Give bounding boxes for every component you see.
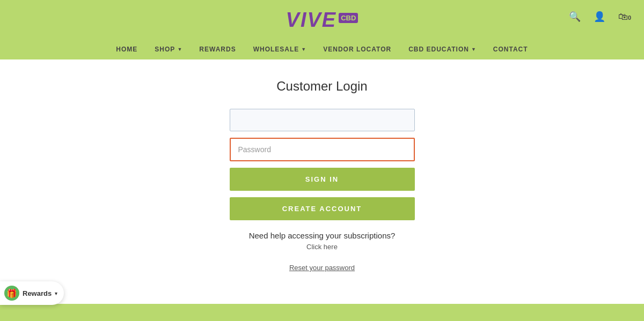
nav-vendor-locator[interactable]: VENDOR LOCATOR (323, 46, 391, 53)
site-header: 🔍 👤 🛍0 VIVE CBD HOME SHOP ▼ REWARDS WHOL… (0, 0, 644, 59)
logo-cbd: CBD (339, 13, 358, 23)
cart-count: 0 (628, 14, 631, 21)
subscription-help-text: Need help accessing your subscriptions? (249, 231, 396, 240)
cart-icon: 🛍 (618, 11, 628, 22)
nav-contact[interactable]: CONTACT (493, 46, 528, 53)
reset-password-link[interactable]: Reset your password (289, 264, 355, 272)
rewards-badge[interactable]: 🎁 Rewards ▾ (0, 281, 64, 305)
chevron-down-icon: ▼ (177, 47, 182, 52)
page-title: Customer Login (276, 79, 367, 94)
site-footer: ABOUT VIVE About Us Careers CBD Facts Bl… (0, 304, 644, 321)
header-icons: 🔍 👤 🛍0 (567, 10, 633, 24)
chevron-down-icon: ▼ (471, 47, 476, 52)
logo[interactable]: VIVE CBD (286, 9, 358, 32)
chevron-down-icon: ▼ (301, 47, 306, 52)
account-icon: 👤 (594, 11, 605, 22)
create-account-button[interactable]: CREATE ACCOUNT (230, 197, 415, 220)
rewards-label: Rewards (23, 289, 52, 297)
main-nav: HOME SHOP ▼ REWARDS WHOLESALE ▼ VENDOR L… (116, 39, 528, 59)
nav-wholesale[interactable]: WHOLESALE ▼ (253, 46, 306, 53)
rewards-dropdown-icon: ▾ (55, 290, 57, 296)
login-form: SIGN IN CREATE ACCOUNT (230, 109, 415, 220)
cart-button[interactable]: 🛍0 (616, 10, 633, 24)
signin-button[interactable]: SIGN IN (230, 168, 415, 191)
click-here-link[interactable]: Click here (306, 243, 338, 251)
nav-cbd-education[interactable]: CBD EDUCATION ▼ (408, 46, 476, 53)
email-field[interactable] (230, 109, 415, 131)
search-button[interactable]: 🔍 (567, 10, 583, 24)
search-icon: 🔍 (569, 11, 581, 22)
logo-vive: VIVE (286, 9, 337, 32)
account-button[interactable]: 👤 (591, 10, 608, 24)
subscriptions-help: Need help accessing your subscriptions? … (249, 231, 396, 251)
nav-shop[interactable]: SHOP ▼ (155, 46, 182, 53)
nav-rewards[interactable]: REWARDS (199, 46, 236, 53)
rewards-icon: 🎁 (4, 286, 19, 301)
main-content: Customer Login SIGN IN CREATE ACCOUNT Ne… (0, 59, 644, 304)
nav-home[interactable]: HOME (116, 46, 137, 53)
password-field[interactable] (230, 138, 415, 161)
